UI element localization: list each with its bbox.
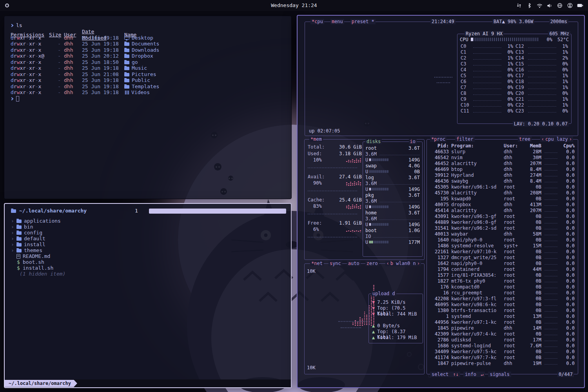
tree-tab[interactable]: tree — [518, 136, 532, 142]
process-row[interactable]: 45414alacrittydhh207M0.0 — [427, 207, 578, 213]
ls-row: drwxr-xr-x-dhh25 Jun 19:18Videos — [11, 89, 291, 96]
folder-icon — [124, 54, 129, 58]
process-row[interactable]: 46436swaybgdhh8.4M0.0 — [427, 178, 578, 184]
process-row[interactable]: 43091kworker/u96:3-gfroot0B0.0 — [427, 213, 578, 219]
globe-icon[interactable] — [557, 2, 563, 9]
prompt-line-2 — [11, 96, 291, 102]
process-row[interactable]: 42208kworker/u97:3-flroot0B0.0 — [427, 296, 578, 301]
process-row[interactable]: 31541kworker/u96:2-sdroot0B0.0 — [427, 225, 578, 231]
battery-icon[interactable] — [577, 2, 583, 9]
process-row[interactable]: 1794containerdroot44M0.0 — [427, 266, 578, 272]
file-entry[interactable]: ›config — [11, 230, 65, 236]
process-row[interactable]: 1577irq/81-PIXA3854:root0B0.0 — [427, 272, 578, 278]
process-row[interactable]: 2786udisksdroot17M0.0 — [427, 337, 578, 343]
proc-tabs: *procfilter — [430, 136, 475, 142]
file-entry[interactable]: README.md — [11, 253, 65, 259]
process-row[interactable]: 22161kworker/u97:10-kroot0B0.0 — [427, 249, 578, 254]
io-tab[interactable]: io — [409, 139, 417, 144]
account-icon[interactable] — [567, 2, 573, 9]
select-control[interactable]: select ↑↓ — [430, 372, 460, 377]
process-row[interactable]: 45730alacrittydhh208M0.0 — [427, 190, 578, 196]
ls-row: drwxr-xr-x-dhh25 Jun 19:18Desktop — [11, 35, 291, 41]
core-row: C50%C171% — [457, 73, 571, 78]
process-row[interactable]: 1827mt76-tx phy0root0B0.0 — [427, 278, 578, 284]
logo-icon[interactable] — [5, 4, 9, 7]
process-row[interactable]: 46095kworker/u98:6-kcroot0B0.0 — [427, 301, 578, 307]
process-row[interactable]: 176kcompactd0root0B0.0 — [427, 284, 578, 290]
proc-tab-proc[interactable]: *proc — [430, 136, 446, 142]
hidden-items-note: (1 hidden item) — [11, 271, 65, 277]
file-entry[interactable]: ›themes — [11, 247, 65, 253]
process-row[interactable]: 44889kworker/u96:0-gfroot0B0.0 — [427, 219, 578, 225]
volume-icon[interactable] — [546, 2, 553, 9]
breadcrumb: ~/.local/share/omarchy — [5, 380, 77, 387]
net-tabs: *netsyncautozero — [310, 261, 379, 266]
process-row[interactable]: 1847pipewire-pulsedhh19M0.0 — [427, 360, 578, 366]
bluetooth-icon[interactable] — [526, 2, 532, 9]
process-row[interactable]: 34409kworker/u97:5-kcroot0B0.0 — [427, 348, 578, 354]
process-row[interactable]: 40075dropboxdhh413M0.0 — [427, 201, 578, 207]
file-entry[interactable]: ›applications — [11, 218, 65, 224]
net-tab-zero[interactable]: zero — [365, 261, 379, 266]
net-tab-net[interactable]: *net — [310, 261, 324, 266]
process-row[interactable]: 1486systemd-resolvesyst+15M0.0 — [427, 243, 578, 249]
disks-list: root3.6T3.6MU149Gswap4.0GU0Blog3.6T3.6MU… — [365, 145, 420, 245]
signals-control[interactable]: signals — [488, 372, 511, 377]
updates-icon[interactable] — [516, 2, 522, 9]
process-row[interactable]: 1systemdroot13M0.0 — [427, 313, 578, 319]
process-row[interactable]: 40013waybardhh58M0.0 — [427, 231, 578, 237]
process-row[interactable]: 46469btopdhh8.4M0.0 — [427, 166, 578, 172]
process-row[interactable]: 1380btrfs-transactioroot0B0.0 — [427, 307, 578, 313]
core-row: C90%C211% — [457, 96, 571, 102]
process-row[interactable]: 1327dmcrypt_write/25root0B0.0 — [427, 254, 578, 260]
process-count: 0/447 — [557, 372, 574, 377]
process-row[interactable]: 46542nvimdhh30M0.0 — [427, 154, 578, 160]
sort-tab[interactable]: ‹cpu lazy› — [540, 136, 573, 142]
process-row[interactable]: 41174kworker/u97:7-kcroot0B0.0 — [427, 354, 578, 360]
proc-tab-filter[interactable]: filter — [455, 136, 474, 142]
process-row[interactable]: 1642napi/phy0-0root0B0.0 — [427, 260, 578, 266]
file-entry[interactable]: $install.sh — [11, 265, 65, 271]
script-icon: $ — [16, 259, 20, 265]
process-row[interactable]: 195kswapd0root0B0.0 — [427, 196, 578, 201]
process-row[interactable]: 42309kworker/u97:4-kcroot0B0.0 — [427, 331, 578, 337]
process-row[interactable]: 44956kworker/u97:1-kcroot0B0.0 — [427, 319, 578, 325]
mem-stat: Cache:25.4 GiB83% — [308, 197, 362, 214]
net-stats-title[interactable]: upload d — [371, 291, 396, 296]
process-row[interactable]: 46452alacrittydhh207M0.0 — [427, 160, 578, 166]
mem-tab-mem[interactable]: *mem — [309, 136, 323, 142]
update-interval[interactable]: 2000ms — [549, 19, 568, 24]
desktop: Wednesday 21:24 ls Permissions Size User… — [0, 0, 588, 392]
desktop-icon — [124, 36, 129, 40]
net-graph-baseline — [341, 327, 361, 328]
file-entry[interactable]: ›bin — [11, 224, 65, 230]
cpu-tab-cpu[interactable]: *cpu — [310, 19, 324, 24]
process-row[interactable]: 1686systemd-logindroot7.6M0.0 — [427, 343, 578, 348]
net-tab-sync[interactable]: sync — [328, 261, 342, 266]
core-row: C40%C160% — [457, 67, 571, 73]
process-row[interactable]: 1845pipewiredhh14M0.0 — [427, 325, 578, 331]
tab-indicator[interactable]: 1 — [135, 208, 138, 214]
info-control[interactable]: info ↵ — [463, 372, 485, 377]
ls-row: drwxr-xr-x-dhh25 Jun 19:18Public — [11, 77, 291, 83]
process-row[interactable]: 1640napi/phy0-0root0B0.0 — [427, 237, 578, 243]
wifi-icon[interactable] — [536, 2, 543, 9]
process-row[interactable]: 39912Hyprlanddhh274M0.0 — [427, 172, 578, 178]
cpu-tab-preset[interactable]: preset * — [350, 19, 376, 24]
network-panel: *netsyncautozero ‹b wlan0 n› 10K 10K upl… — [304, 263, 425, 374]
folder-icon — [124, 42, 129, 46]
preview-highlight — [149, 209, 286, 214]
net-tab-auto[interactable]: auto — [347, 261, 361, 266]
process-row[interactable]: 46633slurpdhh28M0.0 — [427, 149, 578, 154]
file-entry[interactable]: ›install — [11, 241, 65, 247]
core-row: C110%C230% — [457, 108, 571, 114]
process-row[interactable]: 45305kworker/u96:1-sdroot0B0.0 — [427, 184, 578, 190]
process-row[interactable]: 16rcu_preemptroot0B0.0 — [427, 290, 578, 296]
disk-entry: log3.6T3.6MU149G — [365, 174, 420, 192]
file-entry[interactable]: ›default — [11, 236, 65, 241]
battery-status: BAT▲ 98% 3.06W — [492, 19, 534, 24]
file-entry[interactable]: $boot.sh — [11, 259, 65, 265]
cpu-tab-menu[interactable]: menu — [330, 19, 344, 24]
interface-tab[interactable]: ‹b wlan0 n› — [385, 261, 421, 266]
folder-icon — [124, 79, 129, 82]
